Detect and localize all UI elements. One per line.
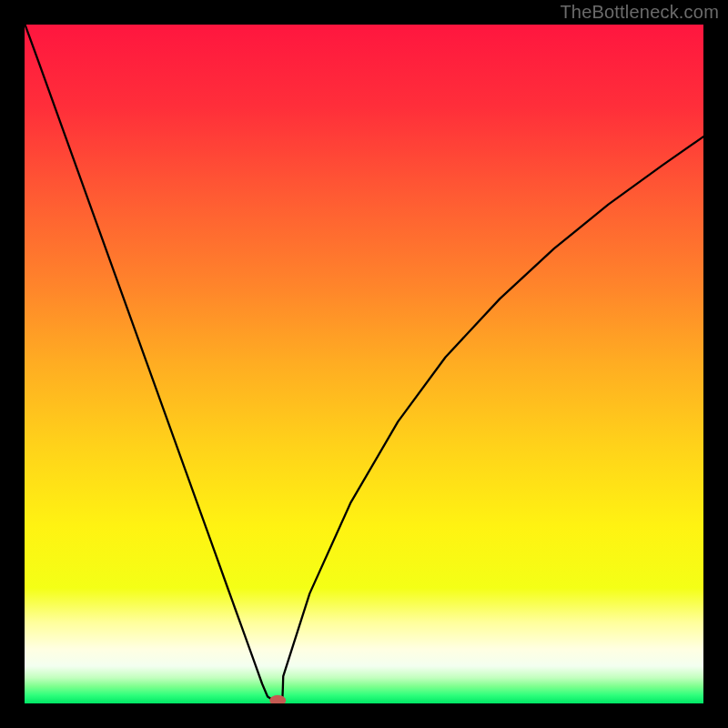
bottleneck-chart <box>25 25 703 703</box>
plot-background <box>25 25 703 703</box>
watermark-text: TheBottleneck.com <box>560 2 719 23</box>
chart-frame: TheBottleneck.com <box>0 0 728 728</box>
